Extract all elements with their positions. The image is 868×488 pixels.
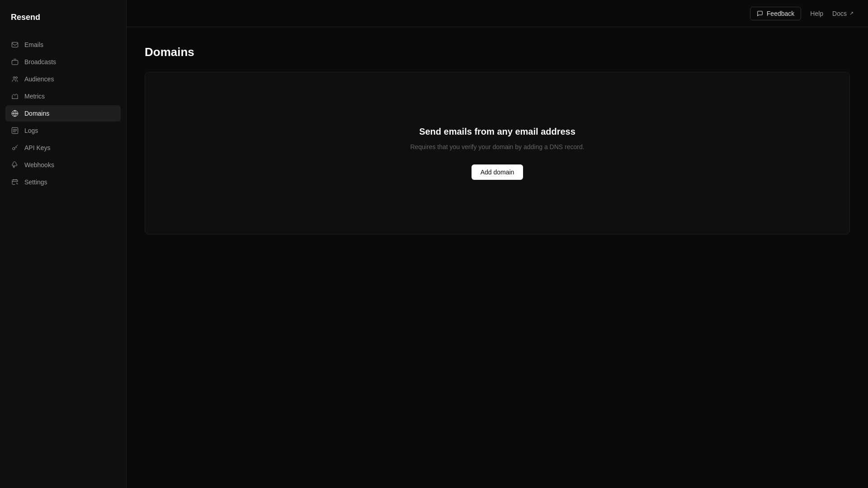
external-link-icon: ↗: [849, 10, 854, 16]
empty-state-title: Send emails from any email address: [410, 127, 584, 137]
sidebar-item-label: Audiences: [24, 75, 54, 83]
header: Feedback Help Docs ↗: [127, 0, 868, 27]
svg-point-2: [13, 77, 15, 79]
svg-point-3: [15, 77, 17, 79]
help-label: Help: [810, 10, 823, 17]
sidebar-item-label: Logs: [24, 127, 38, 134]
sidebar-item-settings[interactable]: Settings: [5, 174, 121, 190]
svg-rect-1: [12, 61, 18, 65]
add-domain-button[interactable]: Add domain: [472, 164, 524, 180]
empty-state-card: Send emails from any email address Requi…: [145, 72, 850, 235]
sidebar-item-logs[interactable]: Logs: [5, 122, 121, 139]
feedback-icon: [757, 10, 763, 17]
sidebar-item-label: Settings: [24, 178, 47, 186]
globe-icon: [11, 109, 19, 117]
sidebar: Resend Emails Broadcasts Audiences Metri…: [0, 0, 127, 488]
audiences-icon: [11, 75, 19, 83]
webhooks-icon: [11, 161, 19, 169]
sidebar-item-api-keys[interactable]: API Keys: [5, 140, 121, 156]
page-content: Domains Send emails from any email addre…: [127, 27, 868, 488]
sidebar-item-label: Metrics: [24, 93, 45, 100]
sidebar-item-domains[interactable]: Domains: [5, 105, 121, 122]
sidebar-item-label: Webhooks: [24, 161, 54, 169]
main-area: Feedback Help Docs ↗ Domains Send emails…: [127, 0, 868, 488]
sidebar-item-emails[interactable]: Emails: [5, 37, 121, 53]
settings-icon: [11, 178, 19, 186]
sidebar-item-label: API Keys: [24, 144, 51, 151]
empty-state-content: Send emails from any email address Requi…: [410, 127, 584, 180]
svg-point-6: [13, 147, 15, 150]
sidebar-item-label: Domains: [24, 110, 49, 117]
feedback-button[interactable]: Feedback: [750, 7, 801, 20]
mail-icon: [11, 41, 19, 49]
help-link[interactable]: Help: [810, 10, 823, 17]
broadcast-icon: [11, 58, 19, 66]
feedback-label: Feedback: [767, 10, 794, 17]
sidebar-nav: Emails Broadcasts Audiences Metrics Doma: [5, 37, 121, 191]
sidebar-item-broadcasts[interactable]: Broadcasts: [5, 54, 121, 70]
key-icon: [11, 144, 19, 152]
sidebar-item-label: Broadcasts: [24, 58, 56, 66]
logs-icon: [11, 127, 19, 135]
svg-rect-0: [12, 42, 18, 47]
metrics-icon: [11, 92, 19, 100]
app-logo: Resend: [5, 9, 121, 26]
sidebar-item-audiences[interactable]: Audiences: [5, 71, 121, 87]
docs-label: Docs: [832, 10, 847, 17]
sidebar-item-webhooks[interactable]: Webhooks: [5, 157, 121, 173]
sidebar-item-metrics[interactable]: Metrics: [5, 88, 121, 104]
page-title: Domains: [145, 45, 850, 59]
docs-link[interactable]: Docs ↗: [832, 10, 854, 17]
sidebar-item-label: Emails: [24, 41, 43, 48]
empty-state-description: Requires that you verify your domain by …: [410, 142, 584, 152]
